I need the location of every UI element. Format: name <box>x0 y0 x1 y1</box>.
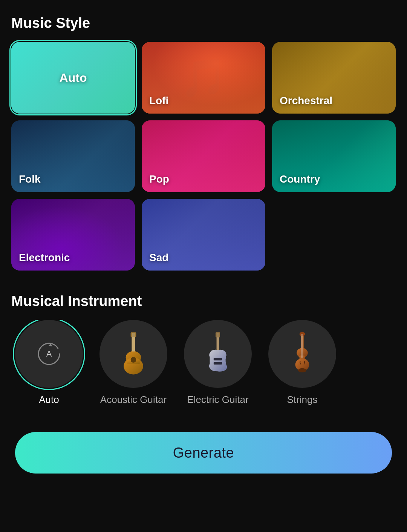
violin-icon <box>287 331 317 377</box>
instrument-circle-auto: A <box>15 320 83 388</box>
style-card-lofi-label: Lofi <box>149 95 168 107</box>
style-grid: Auto 🎵 Lofi Orchestral Folk Pop Country <box>11 42 396 271</box>
style-card-pop[interactable]: Pop <box>142 120 265 192</box>
instrument-section: Musical Instrument A Auto <box>11 293 396 409</box>
style-card-auto-label: Auto <box>60 71 87 85</box>
instrument-label-acoustic: Acoustic Guitar <box>100 394 167 406</box>
svg-text:A: A <box>46 349 52 358</box>
svg-point-26 <box>298 368 306 372</box>
instrument-circle-strings <box>268 320 336 388</box>
instrument-circle-electric <box>184 320 252 388</box>
style-card-folk-label: Folk <box>19 173 41 185</box>
style-card-pop-label: Pop <box>149 173 169 185</box>
style-card-sad[interactable]: Sad <box>142 199 265 271</box>
svg-point-7 <box>131 357 136 363</box>
svg-rect-14 <box>214 362 222 364</box>
instrument-label-auto: Auto <box>39 394 59 406</box>
music-style-section: Music Style Auto 🎵 Lofi Orchestral Folk … <box>11 15 396 271</box>
style-card-orchestral-label: Orchestral <box>280 95 332 107</box>
style-card-electronic-label: Electronic <box>19 252 70 264</box>
style-card-electronic[interactable]: Electronic <box>11 199 135 271</box>
instrument-item-strings[interactable]: Strings <box>265 320 340 406</box>
style-card-sad-label: Sad <box>149 252 168 264</box>
generate-button[interactable]: Generate <box>15 432 392 474</box>
instrument-label-electric: Electric Guitar <box>187 394 248 406</box>
auto-instrument-icon: A <box>36 341 62 367</box>
instrument-item-electric[interactable]: Electric Guitar <box>180 320 256 406</box>
style-card-orchestral[interactable]: Orchestral <box>272 42 396 114</box>
style-card-country-label: Country <box>280 173 320 185</box>
electric-guitar-icon <box>201 331 235 377</box>
instrument-item-auto[interactable]: A Auto <box>11 320 87 406</box>
instrument-label-strings: Strings <box>287 394 318 406</box>
instrument-circle-acoustic <box>99 320 167 388</box>
page-container: Music Style Auto 🎵 Lofi Orchestral Folk … <box>0 0 407 492</box>
generate-section: Generate <box>11 432 396 474</box>
acoustic-guitar-icon <box>115 331 152 377</box>
style-card-country[interactable]: Country <box>272 120 396 192</box>
style-card-lofi[interactable]: 🎵 Lofi <box>142 42 265 114</box>
svg-rect-13 <box>214 358 222 360</box>
instrument-scroll: A Auto <box>11 320 396 409</box>
instrument-section-title: Musical Instrument <box>11 293 396 309</box>
music-style-title: Music Style <box>11 15 396 31</box>
style-card-auto[interactable]: Auto <box>11 42 135 114</box>
style-card-folk[interactable]: Folk <box>11 120 135 192</box>
instrument-item-acoustic[interactable]: Acoustic Guitar <box>96 320 171 406</box>
